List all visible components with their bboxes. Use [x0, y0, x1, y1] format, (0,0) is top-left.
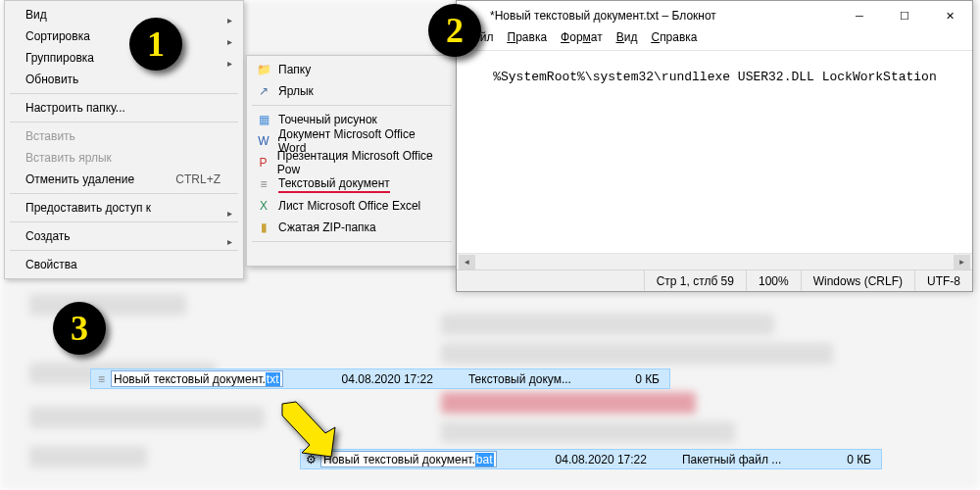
ctx-label: Настроить папку... — [25, 101, 125, 115]
statusbar: Стр 1, стлб 59 100% Windows (CRLF) UTF-8 — [457, 270, 972, 291]
separator — [252, 241, 452, 242]
create-submenu: 📁Папку ↗Ярлык ▦Точечный рисунок WДокумен… — [246, 55, 458, 267]
file-date: 04.08.2020 17:22 — [538, 453, 664, 466]
ctx-create[interactable]: Создать — [8, 225, 240, 247]
status-encoding: UTF-8 — [914, 270, 972, 291]
excel-icon: X — [256, 198, 271, 214]
step-badge-1: 1 — [129, 18, 182, 71]
blur-decoration — [441, 343, 833, 365]
ctx-label: Вставить ярлык — [25, 151, 112, 165]
titlebar[interactable]: *Новый текстовый документ.txt – Блокнот … — [457, 1, 972, 30]
ctx-customize-folder[interactable]: Настроить папку... — [8, 97, 240, 119]
window-controls: ─ ☐ ✕ — [837, 1, 972, 30]
separator — [10, 221, 238, 222]
horizontal-scrollbar[interactable]: ◄ ► — [457, 253, 972, 270]
menu-help[interactable]: Справка — [651, 30, 697, 48]
hotkey-label: CTRL+Z — [175, 172, 220, 186]
sub-label: Сжатая ZIP-папка — [278, 220, 376, 234]
folder-icon: 📁 — [256, 62, 271, 77]
status-cursor: Стр 1, стлб 59 — [644, 270, 746, 291]
status-zoom: 100% — [746, 270, 801, 291]
maximize-button[interactable]: ☐ — [882, 1, 927, 30]
svg-marker-0 — [282, 402, 335, 457]
step-badge-3: 3 — [53, 302, 106, 355]
sub-label: Папку — [278, 63, 311, 76]
status-spacer — [457, 270, 644, 291]
blur-decoration — [29, 294, 186, 316]
menu-format[interactable]: Формат — [561, 30, 603, 48]
file-row-txt[interactable]: ≡ Новый текстовый документ.txt 04.08.202… — [90, 368, 670, 389]
blur-decoration — [441, 392, 696, 414]
sub-label: Презентация Microsoft Office Pow — [277, 149, 446, 176]
ctx-properties[interactable]: Свойства — [8, 254, 240, 275]
text-icon: ≡ — [256, 176, 271, 192]
file-size: 0 КБ — [617, 372, 669, 386]
text-file-icon: ≡ — [91, 372, 109, 386]
ctx-label: Предоставить доступ к — [25, 201, 151, 215]
context-menu: Вид Сортировка Группировка Обновить Наст… — [4, 0, 244, 279]
file-row-bat[interactable]: ⚙ Новый текстовый документ.bat 04.08.202… — [300, 449, 882, 469]
separator — [10, 122, 238, 122]
filename-edit[interactable]: Новый текстовый документ.txt — [111, 370, 283, 387]
filename-base: Новый текстовый документ. — [323, 453, 475, 466]
separator — [10, 93, 238, 94]
ctx-label: Вставить — [25, 129, 75, 143]
sub-label: Лист Microsoft Office Excel — [278, 199, 420, 213]
separator — [10, 250, 238, 251]
ctx-label: Вид — [25, 8, 47, 22]
annotation-arrow — [274, 396, 333, 455]
word-icon: W — [256, 133, 271, 149]
ctx-refresh[interactable]: Обновить — [8, 69, 240, 90]
sub-zip[interactable]: ▮Сжатая ZIP-папка — [250, 217, 454, 238]
submenu-spacer — [250, 245, 454, 263]
ctx-group[interactable]: Группировка — [8, 47, 240, 69]
ctx-label: Обновить — [25, 73, 78, 86]
zip-icon: ▮ — [256, 220, 271, 235]
filename-ext-selected: bat — [475, 453, 494, 466]
step-badge-2: 2 — [428, 4, 481, 57]
close-button[interactable]: ✕ — [927, 1, 972, 30]
sub-shortcut[interactable]: ↗Ярлык — [250, 80, 454, 102]
filename-base: Новый текстовый документ. — [114, 372, 266, 386]
ctx-paste: Вставить — [8, 125, 240, 147]
ctx-label: Группировка — [25, 51, 94, 65]
sub-label: Точечный рисунок — [278, 113, 377, 126]
ctx-paste-shortcut: Вставить ярлык — [8, 147, 240, 169]
ctx-share-access[interactable]: Предоставить доступ к — [8, 197, 240, 219]
status-eol: Windows (CRLF) — [801, 270, 914, 291]
ctx-sort[interactable]: Сортировка — [8, 25, 240, 47]
ctx-label: Свойства — [25, 258, 77, 271]
sub-folder[interactable]: 📁Папку — [250, 59, 454, 80]
sub-powerpoint[interactable]: PПрезентация Microsoft Office Pow — [250, 152, 454, 173]
shortcut-icon: ↗ — [256, 83, 271, 99]
blur-decoration — [29, 446, 147, 467]
sub-textdoc[interactable]: ≡Текстовый документ — [250, 173, 454, 195]
ctx-undo-delete[interactable]: Отменить удалениеCTRL+Z — [8, 169, 240, 190]
ctx-view[interactable]: Вид — [8, 4, 240, 25]
powerpoint-icon: P — [256, 155, 270, 171]
notepad-window: *Новый текстовый документ.txt – Блокнот … — [456, 0, 973, 292]
blur-decoration — [441, 314, 774, 335]
sub-excel[interactable]: XЛист Microsoft Office Excel — [250, 195, 454, 217]
sub-label: Текстовый документ — [278, 176, 390, 193]
sub-label: Ярлык — [278, 84, 314, 98]
file-type: Текстовый докум... — [451, 372, 589, 386]
blur-decoration — [441, 421, 735, 443]
minimize-button[interactable]: ─ — [837, 1, 882, 30]
badge-number: 2 — [446, 10, 464, 51]
menu-edit[interactable]: Правка — [508, 30, 548, 48]
badge-number: 1 — [147, 24, 165, 65]
scroll-left-icon[interactable]: ◄ — [459, 255, 475, 270]
ctx-label: Сортировка — [25, 29, 90, 43]
filename-ext-selected: txt — [266, 372, 280, 386]
blur-decoration — [29, 407, 265, 428]
file-size: 0 КБ — [829, 453, 881, 466]
menu-view[interactable]: Вид — [616, 30, 638, 48]
file-type: Пакетный файл ... — [664, 453, 799, 466]
notepad-editor[interactable]: %SystemRoot%\system32\rundllexe USER32.D… — [457, 50, 972, 270]
filename-edit[interactable]: Новый текстовый документ.bat — [320, 451, 497, 467]
scroll-right-icon[interactable]: ► — [954, 255, 970, 270]
editor-content: %SystemRoot%\system32\rundllexe USER32.D… — [493, 70, 936, 84]
separator — [252, 105, 452, 106]
bitmap-icon: ▦ — [256, 112, 271, 127]
